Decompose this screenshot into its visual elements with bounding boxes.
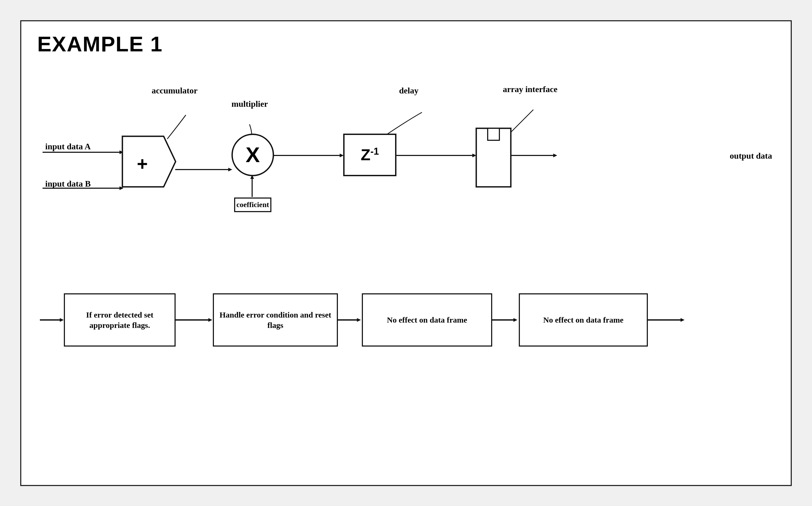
array-interface-svg: [475, 127, 512, 188]
svg-rect-17: [488, 128, 499, 140]
outer-frame: EXAMPLE 1: [20, 20, 792, 486]
flow-box-3: No effect on data frame: [362, 293, 492, 347]
delay-box: Z-1: [343, 134, 396, 176]
label-output: output data: [730, 151, 772, 161]
array-interface-shape: [475, 127, 512, 189]
delay-symbol: Z-1: [361, 146, 379, 164]
flow-box-4: No effect on data frame: [519, 293, 648, 347]
svg-marker-14: [122, 136, 176, 187]
bottom-diagram: If error detected set appropriate flags.…: [37, 269, 775, 370]
page-title: EXAMPLE 1: [37, 32, 775, 57]
top-diagram: input data A input data B output data ac…: [37, 67, 775, 253]
label-input-a: input data A: [45, 142, 91, 152]
svg-marker-19: [60, 318, 64, 322]
flow-box-1: If error detected set appropriate flags.: [64, 293, 176, 347]
accumulator-shape: +: [121, 131, 177, 193]
coefficient-label: coefficient: [236, 200, 269, 209]
multiplier-symbol: X: [245, 143, 260, 167]
svg-text:+: +: [137, 154, 148, 174]
label-delay: delay: [399, 86, 418, 96]
svg-marker-25: [513, 318, 517, 322]
svg-marker-21: [208, 318, 212, 322]
svg-marker-27: [681, 318, 685, 322]
label-array-interface: array interface: [503, 84, 557, 94]
label-input-b: input data B: [45, 179, 91, 189]
svg-marker-5: [228, 168, 232, 171]
flow-box-2: Handle error condition and reset flags: [213, 293, 338, 347]
coefficient-box: coefficient: [234, 197, 271, 212]
label-multiplier: multiplier: [231, 99, 268, 109]
svg-marker-11: [553, 154, 557, 157]
label-accumulator: accumulator: [151, 86, 197, 96]
multiplier-circle: X: [231, 134, 274, 176]
svg-marker-23: [357, 318, 361, 322]
accumulator-svg: +: [121, 131, 177, 192]
